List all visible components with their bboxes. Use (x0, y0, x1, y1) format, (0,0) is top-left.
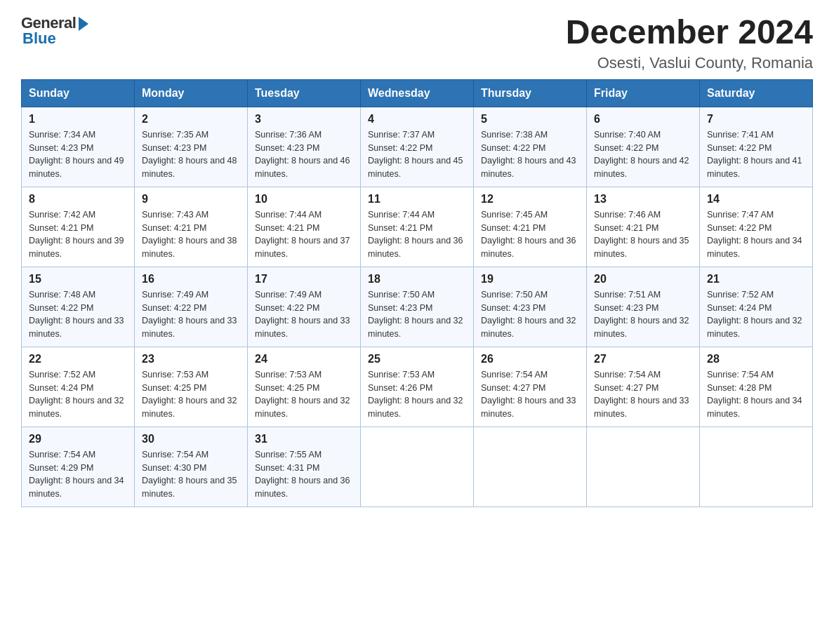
table-row: 15 Sunrise: 7:48 AM Sunset: 4:22 PM Dayl… (22, 267, 135, 347)
day-info: Sunrise: 7:36 AM Sunset: 4:23 PM Dayligh… (255, 128, 353, 181)
table-row (361, 427, 474, 507)
table-row: 27 Sunrise: 7:54 AM Sunset: 4:27 PM Dayl… (587, 347, 700, 427)
day-number: 9 (142, 193, 240, 206)
calendar-table: Sunday Monday Tuesday Wednesday Thursday… (21, 79, 813, 507)
day-number: 27 (594, 353, 692, 365)
table-row: 12 Sunrise: 7:45 AM Sunset: 4:21 PM Dayl… (474, 187, 587, 267)
day-info: Sunrise: 7:41 AM Sunset: 4:22 PM Dayligh… (707, 128, 805, 181)
table-row (587, 427, 700, 507)
table-row: 28 Sunrise: 7:54 AM Sunset: 4:28 PM Dayl… (700, 347, 813, 427)
day-info: Sunrise: 7:54 AM Sunset: 4:28 PM Dayligh… (707, 368, 805, 421)
day-number: 16 (142, 273, 240, 286)
day-number: 23 (142, 353, 240, 365)
day-number: 25 (368, 353, 466, 365)
calendar-week-row: 8 Sunrise: 7:42 AM Sunset: 4:21 PM Dayli… (22, 187, 813, 267)
day-info: Sunrise: 7:44 AM Sunset: 4:21 PM Dayligh… (255, 208, 353, 261)
table-row: 23 Sunrise: 7:53 AM Sunset: 4:25 PM Dayl… (135, 347, 248, 427)
table-row (700, 427, 813, 507)
day-info: Sunrise: 7:44 AM Sunset: 4:21 PM Dayligh… (368, 208, 466, 261)
table-row: 3 Sunrise: 7:36 AM Sunset: 4:23 PM Dayli… (248, 107, 361, 187)
table-row: 31 Sunrise: 7:55 AM Sunset: 4:31 PM Dayl… (248, 427, 361, 507)
table-row: 18 Sunrise: 7:50 AM Sunset: 4:23 PM Dayl… (361, 267, 474, 347)
table-row (474, 427, 587, 507)
day-info: Sunrise: 7:50 AM Sunset: 4:23 PM Dayligh… (481, 288, 579, 341)
day-number: 3 (255, 113, 353, 126)
day-info: Sunrise: 7:54 AM Sunset: 4:29 PM Dayligh… (29, 448, 127, 501)
table-row: 17 Sunrise: 7:49 AM Sunset: 4:22 PM Dayl… (248, 267, 361, 347)
calendar-week-row: 15 Sunrise: 7:48 AM Sunset: 4:22 PM Dayl… (22, 267, 813, 347)
table-row: 21 Sunrise: 7:52 AM Sunset: 4:24 PM Dayl… (700, 267, 813, 347)
table-row: 7 Sunrise: 7:41 AM Sunset: 4:22 PM Dayli… (700, 107, 813, 187)
day-info: Sunrise: 7:42 AM Sunset: 4:21 PM Dayligh… (29, 208, 127, 261)
table-row: 30 Sunrise: 7:54 AM Sunset: 4:30 PM Dayl… (135, 427, 248, 507)
day-info: Sunrise: 7:47 AM Sunset: 4:22 PM Dayligh… (707, 208, 805, 261)
day-info: Sunrise: 7:37 AM Sunset: 4:22 PM Dayligh… (368, 128, 466, 181)
day-number: 12 (481, 193, 579, 206)
table-row: 5 Sunrise: 7:38 AM Sunset: 4:22 PM Dayli… (474, 107, 587, 187)
col-thursday: Thursday (474, 79, 587, 107)
day-info: Sunrise: 7:52 AM Sunset: 4:24 PM Dayligh… (29, 368, 127, 421)
day-info: Sunrise: 7:53 AM Sunset: 4:26 PM Dayligh… (368, 368, 466, 421)
calendar-title: December 2024 (566, 14, 813, 51)
day-number: 14 (707, 193, 805, 206)
day-info: Sunrise: 7:46 AM Sunset: 4:21 PM Dayligh… (594, 208, 692, 261)
calendar-week-row: 1 Sunrise: 7:34 AM Sunset: 4:23 PM Dayli… (22, 107, 813, 187)
col-saturday: Saturday (700, 79, 813, 107)
day-info: Sunrise: 7:52 AM Sunset: 4:24 PM Dayligh… (707, 288, 805, 341)
day-number: 5 (481, 113, 579, 126)
day-number: 30 (142, 433, 240, 445)
table-row: 25 Sunrise: 7:53 AM Sunset: 4:26 PM Dayl… (361, 347, 474, 427)
day-info: Sunrise: 7:49 AM Sunset: 4:22 PM Dayligh… (142, 288, 240, 341)
day-info: Sunrise: 7:40 AM Sunset: 4:22 PM Dayligh… (594, 128, 692, 181)
day-info: Sunrise: 7:38 AM Sunset: 4:22 PM Dayligh… (481, 128, 579, 181)
day-info: Sunrise: 7:34 AM Sunset: 4:23 PM Dayligh… (29, 128, 127, 181)
table-row: 11 Sunrise: 7:44 AM Sunset: 4:21 PM Dayl… (361, 187, 474, 267)
page-header: General Blue December 2024 Osesti, Vaslu… (21, 14, 813, 72)
calendar-week-row: 29 Sunrise: 7:54 AM Sunset: 4:29 PM Dayl… (22, 427, 813, 507)
calendar-header-row: Sunday Monday Tuesday Wednesday Thursday… (22, 79, 813, 107)
day-number: 21 (707, 273, 805, 286)
col-wednesday: Wednesday (361, 79, 474, 107)
col-friday: Friday (587, 79, 700, 107)
day-number: 31 (255, 433, 353, 445)
day-info: Sunrise: 7:35 AM Sunset: 4:23 PM Dayligh… (142, 128, 240, 181)
table-row: 16 Sunrise: 7:49 AM Sunset: 4:22 PM Dayl… (135, 267, 248, 347)
calendar-subtitle: Osesti, Vaslui County, Romania (566, 54, 813, 72)
day-info: Sunrise: 7:48 AM Sunset: 4:22 PM Dayligh… (29, 288, 127, 341)
col-tuesday: Tuesday (248, 79, 361, 107)
table-row: 22 Sunrise: 7:52 AM Sunset: 4:24 PM Dayl… (22, 347, 135, 427)
title-block: December 2024 Osesti, Vaslui County, Rom… (566, 14, 813, 72)
day-number: 18 (368, 273, 466, 286)
day-info: Sunrise: 7:49 AM Sunset: 4:22 PM Dayligh… (255, 288, 353, 341)
day-info: Sunrise: 7:54 AM Sunset: 4:30 PM Dayligh… (142, 448, 240, 501)
table-row: 2 Sunrise: 7:35 AM Sunset: 4:23 PM Dayli… (135, 107, 248, 187)
table-row: 13 Sunrise: 7:46 AM Sunset: 4:21 PM Dayl… (587, 187, 700, 267)
day-number: 17 (255, 273, 353, 286)
day-number: 20 (594, 273, 692, 286)
table-row: 26 Sunrise: 7:54 AM Sunset: 4:27 PM Dayl… (474, 347, 587, 427)
table-row: 1 Sunrise: 7:34 AM Sunset: 4:23 PM Dayli… (22, 107, 135, 187)
day-number: 10 (255, 193, 353, 206)
day-info: Sunrise: 7:54 AM Sunset: 4:27 PM Dayligh… (594, 368, 692, 421)
day-info: Sunrise: 7:53 AM Sunset: 4:25 PM Dayligh… (142, 368, 240, 421)
day-info: Sunrise: 7:45 AM Sunset: 4:21 PM Dayligh… (481, 208, 579, 261)
day-number: 8 (29, 193, 127, 206)
day-info: Sunrise: 7:50 AM Sunset: 4:23 PM Dayligh… (368, 288, 466, 341)
day-number: 13 (594, 193, 692, 206)
day-number: 28 (707, 353, 805, 365)
table-row: 6 Sunrise: 7:40 AM Sunset: 4:22 PM Dayli… (587, 107, 700, 187)
table-row: 14 Sunrise: 7:47 AM Sunset: 4:22 PM Dayl… (700, 187, 813, 267)
day-number: 29 (29, 433, 127, 445)
day-info: Sunrise: 7:43 AM Sunset: 4:21 PM Dayligh… (142, 208, 240, 261)
day-number: 11 (368, 193, 466, 206)
table-row: 10 Sunrise: 7:44 AM Sunset: 4:21 PM Dayl… (248, 187, 361, 267)
calendar-week-row: 22 Sunrise: 7:52 AM Sunset: 4:24 PM Dayl… (22, 347, 813, 427)
logo-arrow-icon (79, 17, 88, 31)
table-row: 8 Sunrise: 7:42 AM Sunset: 4:21 PM Dayli… (22, 187, 135, 267)
day-number: 15 (29, 273, 127, 286)
day-number: 6 (594, 113, 692, 126)
day-number: 26 (481, 353, 579, 365)
day-number: 4 (368, 113, 466, 126)
day-number: 7 (707, 113, 805, 126)
table-row: 9 Sunrise: 7:43 AM Sunset: 4:21 PM Dayli… (135, 187, 248, 267)
